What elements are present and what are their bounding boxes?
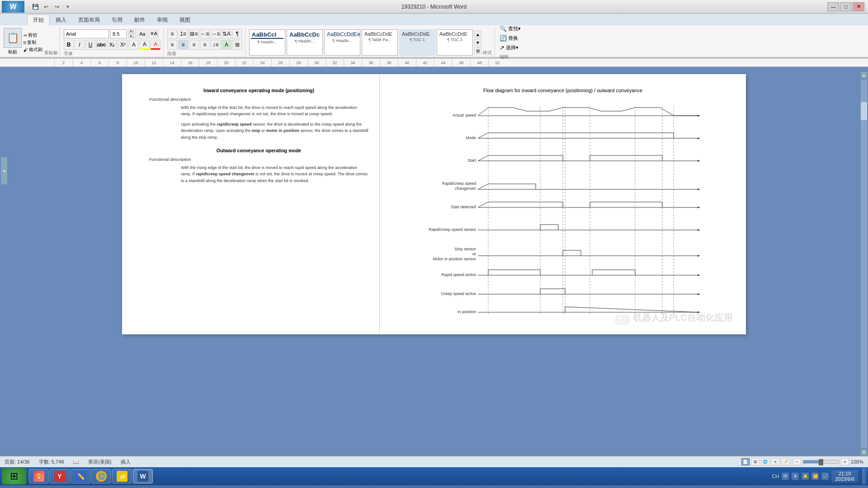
language-indicator: 英语(美国) [88, 459, 111, 465]
tab-mailings[interactable]: 邮件 [128, 14, 151, 25]
tray-volume-icon: 🔊 [821, 473, 829, 480]
status-right: 📄 ⊞ 🌐 ≡ 📝 − + 100% [741, 458, 863, 465]
svg-marker-26 [698, 274, 700, 276]
scroll-track[interactable] [861, 80, 867, 448]
style-heading2[interactable]: AaBbCcDc ¶ Headin... [287, 29, 323, 56]
undo-qat-button[interactable]: ↩ [42, 2, 51, 11]
maximize-button[interactable]: □ [840, 2, 852, 11]
font-size-up-button[interactable]: A↑ [128, 29, 136, 33]
scroll-thumb[interactable] [861, 102, 867, 120]
taskbar-app-icon-5[interactable]: 📁 [112, 469, 132, 483]
multilevel-list-button[interactable]: ⊞≡ [189, 29, 199, 39]
borders-button[interactable]: ⊞ [232, 40, 242, 50]
tab-page-layout[interactable]: 页面布局 [72, 14, 106, 25]
pages-container[interactable]: Inward conveyance operating mode (positi… [8, 67, 860, 456]
shading-button[interactable]: A [222, 40, 231, 50]
taskbar-app-icon-3[interactable]: ✏️ [71, 469, 90, 483]
line-spacing-button[interactable]: ↕≡ [211, 40, 221, 50]
full-screen-button[interactable]: ⊞ [751, 458, 760, 465]
tab-view[interactable]: 视图 [174, 14, 196, 25]
page-down-button[interactable]: ▼ [861, 449, 867, 455]
collapse-panel-button[interactable]: ◄ [1, 157, 7, 184]
office-app-button[interactable]: W [2, 1, 24, 13]
start-button[interactable]: ⊞ [2, 468, 26, 484]
page-up-button[interactable]: ▲ [861, 72, 867, 78]
font-name-input[interactable] [64, 29, 109, 38]
redo-qat-button[interactable]: ↪ [52, 2, 61, 11]
taskbar-app-icon-1[interactable]: 🎨 [29, 469, 49, 483]
svg-text:Rapid/creep speed sensor: Rapid/creep speed sensor [429, 227, 476, 232]
taskbar-app-icon-2[interactable]: Y [50, 469, 70, 483]
font-size-down-button[interactable]: A↓ [128, 34, 136, 38]
outline-button[interactable]: ≡ [771, 458, 779, 465]
web-layout-button[interactable]: 🌐 [761, 458, 769, 465]
style-toc2[interactable]: AaBbCcDdE ¶ TOC 2 [437, 29, 473, 56]
document-page: Inward conveyance operating mode (positi… [122, 74, 746, 334]
clipboard-small-buttons: ✂ 剪切 ⎘ 复制 🖌 格式刷 [24, 28, 42, 57]
change-case-button[interactable]: Aa [137, 29, 147, 38]
zoom-in-button[interactable]: + [841, 458, 849, 465]
underline-button[interactable]: U [85, 40, 95, 50]
print-layout-button[interactable]: 📄 [741, 458, 750, 465]
text-effect-button[interactable]: A [129, 40, 139, 50]
align-left-button[interactable]: ≡ [167, 40, 177, 50]
tab-start[interactable]: 开始 [27, 14, 50, 26]
font-size-input[interactable] [110, 29, 127, 38]
page-left-column: Inward conveyance operating mode (positi… [122, 74, 380, 334]
draft-button[interactable]: 📝 [781, 458, 789, 465]
style-toc1[interactable]: AaBbCcDdE ¶ TOC 1 [399, 29, 435, 56]
format-painter-button[interactable]: 🖌 格式刷 [24, 47, 42, 53]
subscript-button[interactable]: X₂ [107, 40, 117, 50]
numbering-button[interactable]: 1≡ [178, 29, 188, 39]
decrease-indent-button[interactable]: ←≡ [200, 29, 210, 39]
tab-insert[interactable]: 插入 [50, 14, 72, 25]
style-table-para[interactable]: AaBbCcDdE ¶ Table Pa... [362, 29, 398, 56]
tray-network-icon: 📶 [811, 473, 819, 480]
highlight-button[interactable]: A [140, 40, 150, 50]
superscript-button[interactable]: X² [118, 40, 128, 50]
tab-references[interactable]: 引用 [106, 14, 128, 25]
body-text-2: Upon activating the rapid/creep speed se… [181, 121, 368, 141]
copy-button[interactable]: ⎘ 复制 [24, 39, 42, 46]
svg-text:or: or [472, 252, 476, 256]
svg-text:In position: In position [458, 310, 476, 314]
style-heading3[interactable]: AaBbCcDdEe ¶ Headin... [324, 29, 360, 56]
align-right-button[interactable]: ≡ [189, 40, 199, 50]
select-button[interactable]: ↗ 选择▾ [500, 44, 521, 51]
qat-more-button[interactable]: ▼ [63, 2, 72, 11]
italic-button[interactable]: I [75, 40, 85, 50]
tray-notification-icon: 🔔 [802, 473, 809, 480]
minimize-button[interactable]: — [827, 2, 839, 11]
find-button[interactable]: 🔍 查找▾ [500, 25, 521, 32]
tab-review[interactable]: 审阅 [151, 14, 174, 25]
increase-indent-button[interactable]: →≡ [211, 29, 221, 39]
clear-format-button[interactable]: ✕A [149, 29, 159, 38]
cut-button[interactable]: ✂ 剪切 [24, 32, 42, 38]
close-button[interactable]: ✕ [853, 2, 864, 11]
zoom-slider[interactable] [803, 460, 839, 464]
svg-marker-18 [698, 229, 700, 231]
justify-button[interactable]: ≡ [200, 40, 210, 50]
save-qat-button[interactable]: 💾 [31, 2, 40, 11]
taskbar-app-icon-word[interactable]: W [133, 469, 153, 483]
show-desktop-button[interactable] [863, 468, 866, 484]
styles-scroll-down[interactable]: ▼ [474, 39, 481, 46]
zoom-out-button[interactable]: − [793, 458, 801, 465]
styles-scroll-up[interactable]: ▲ [474, 31, 481, 38]
taskbar-app-icon-4[interactable]: 🌐 [91, 469, 111, 483]
paste-button[interactable]: 📋 粘贴 [4, 28, 22, 57]
style-heading1[interactable]: AaBbCcI ¶ Headin... [249, 29, 285, 56]
styles-scroll-buttons: ▲ ▼ ⊞ [474, 31, 481, 54]
bullets-button[interactable]: ≡ [167, 29, 177, 39]
svg-text:changeover: changeover [455, 186, 476, 191]
styles-more-button[interactable]: ⊞ [474, 47, 481, 54]
clock-display[interactable]: 21:10 2023/6/6 [831, 470, 858, 483]
align-center-button[interactable]: ≡ [178, 40, 188, 50]
bold-button[interactable]: B [64, 40, 74, 50]
show-formatting-button[interactable]: ¶ [232, 29, 242, 39]
sort-button[interactable]: ⇅A [222, 29, 231, 39]
font-color-button[interactable]: A [151, 40, 160, 50]
replace-button[interactable]: 🔄 替换 [500, 35, 521, 42]
zoom-thumb[interactable] [819, 459, 823, 465]
strikethrough-button[interactable]: abc [96, 40, 106, 50]
